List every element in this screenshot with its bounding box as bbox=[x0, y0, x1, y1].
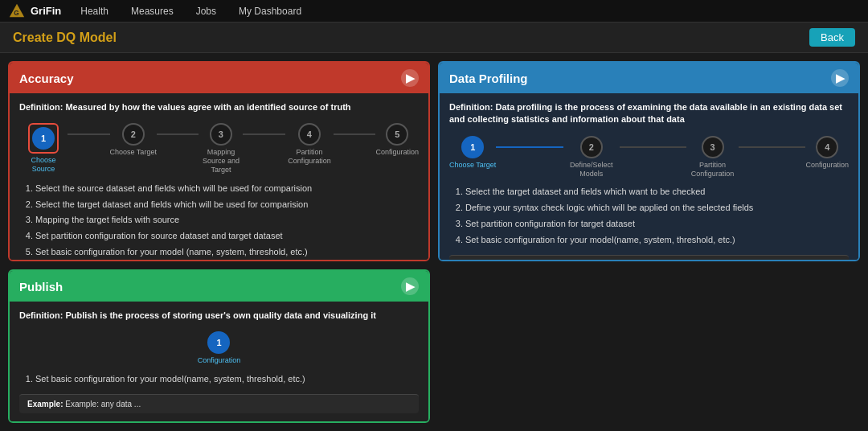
profiling-step-circle-2: 2 bbox=[580, 136, 603, 158]
accuracy-connector-4 bbox=[334, 133, 376, 135]
nav-health[interactable]: Health bbox=[77, 4, 112, 18]
profiling-header: Data Profiling ▶ bbox=[440, 63, 858, 93]
nav-links: Health Measures Jobs My Dashboard bbox=[77, 4, 305, 18]
profiling-connector-3 bbox=[739, 146, 805, 148]
profiling-step-label-1: Choose Target bbox=[449, 161, 496, 170]
profiling-step-3: 3 Partition Configuration bbox=[686, 136, 739, 179]
publish-instruction-1: Set basic configuration for your model(n… bbox=[35, 371, 419, 388]
profiling-definition: Definition: Data profiling is the proces… bbox=[449, 101, 849, 126]
publish-stepper: 1 Configuration bbox=[19, 328, 419, 371]
profiling-step-circle-3: 3 bbox=[702, 136, 724, 158]
profiling-example: Example: Check the data range(minimum, m… bbox=[449, 255, 849, 261]
brand: G GriFin bbox=[8, 2, 61, 20]
profiling-example-text: Example: Check the data range(minimum, m… bbox=[457, 261, 760, 261]
accuracy-step-label-1: Choose Source bbox=[19, 156, 68, 174]
accuracy-connector-2 bbox=[157, 133, 199, 135]
accuracy-step-label-3: Mapping Source and Target bbox=[199, 148, 243, 174]
accuracy-instruction-3: Mapping the target fields with source bbox=[35, 212, 419, 228]
accuracy-step-circle-1: 1 bbox=[32, 127, 55, 150]
page-header: Create DQ Model Back bbox=[0, 23, 868, 53]
profiling-body: Definition: Data profiling is the proces… bbox=[440, 93, 858, 261]
publish-card: Publish ▶ Definition: Publish is the pro… bbox=[8, 269, 430, 423]
accuracy-card: Accuracy ▶ Definition: Measured by how t… bbox=[8, 61, 430, 261]
brand-name: GriFin bbox=[31, 5, 61, 17]
accuracy-instruction-2: Select the target dataset and fields whi… bbox=[35, 197, 419, 213]
publish-title: Publish bbox=[19, 280, 63, 293]
profiling-connector-2 bbox=[620, 146, 686, 148]
publish-step-circle-1: 1 bbox=[207, 331, 230, 354]
accuracy-definition: Definition: Measured by how the values a… bbox=[19, 101, 419, 113]
accuracy-expand-button[interactable]: ▶ bbox=[401, 69, 419, 87]
profiling-step-4: 4 Configuration bbox=[805, 136, 849, 170]
profiling-stepper: 1 Choose Target 2 Define/Select Models 3… bbox=[449, 133, 849, 185]
profiling-step-2: 2 Define/Select Models bbox=[563, 136, 620, 179]
accuracy-step-circle-3: 3 bbox=[210, 123, 232, 146]
accuracy-step-2: 2 Choose Target bbox=[110, 123, 157, 157]
profiling-connector-1 bbox=[496, 146, 563, 148]
main-content: Accuracy ▶ Definition: Measured by how t… bbox=[0, 53, 868, 431]
accuracy-step-3: 3 Mapping Source and Target bbox=[199, 123, 243, 174]
example-label: Example: bbox=[27, 400, 65, 408]
publish-step-1: 1 Configuration bbox=[198, 331, 241, 365]
svg-text:G: G bbox=[14, 9, 18, 16]
page-title: Create DQ Model bbox=[13, 31, 117, 45]
publish-step-label-1: Configuration bbox=[198, 356, 241, 365]
accuracy-connector-3 bbox=[243, 133, 285, 135]
accuracy-header: Accuracy ▶ bbox=[10, 63, 428, 93]
publish-definition: Definition: Publish is the process of st… bbox=[19, 310, 419, 322]
accuracy-connector-1 bbox=[68, 133, 110, 135]
griffin-logo-icon: G bbox=[8, 2, 26, 20]
publish-header: Publish ▶ bbox=[10, 271, 428, 302]
profiling-step-circle-4: 4 bbox=[816, 136, 838, 158]
nav-measures[interactable]: Measures bbox=[128, 4, 177, 18]
profiling-step-label-4: Configuration bbox=[805, 161, 849, 170]
accuracy-step-circle-2: 2 bbox=[122, 123, 145, 146]
profiling-instructions: Select the target dataset and fields whi… bbox=[449, 184, 849, 248]
accuracy-instruction-1: Select the source dataset and fields whi… bbox=[35, 181, 419, 197]
accuracy-step-label-5: Configuration bbox=[375, 148, 419, 157]
publish-instructions: Set basic configuration for your model(n… bbox=[19, 371, 419, 388]
accuracy-step-4: 4 Partition Configuration bbox=[285, 123, 334, 166]
profiling-step-label-3: Partition Configuration bbox=[686, 161, 739, 179]
accuracy-instruction-4: Set partition configuration for source d… bbox=[35, 228, 419, 244]
accuracy-step-label-4: Partition Configuration bbox=[285, 148, 334, 166]
profiling-instruction-3: Set partition configuration for target d… bbox=[465, 216, 849, 232]
profiling-instruction-2: Define your syntax check logic which wil… bbox=[465, 200, 849, 216]
nav-jobs[interactable]: Jobs bbox=[193, 4, 219, 18]
profiling-step-circle-1: 1 bbox=[461, 136, 484, 158]
publish-example: Example: Example: any data ... bbox=[19, 394, 419, 413]
profiling-card: Data Profiling ▶ Definition: Data profil… bbox=[438, 61, 860, 261]
accuracy-title: Accuracy bbox=[19, 72, 74, 85]
accuracy-body: Definition: Measured by how the values a… bbox=[10, 93, 428, 261]
profiling-step-label-2: Define/Select Models bbox=[563, 161, 620, 179]
profiling-step-1: 1 Choose Target bbox=[449, 136, 496, 170]
profiling-instruction-4: Set basic configuration for your model(n… bbox=[465, 232, 849, 248]
accuracy-instruction-5: Set basic configuration for your model (… bbox=[35, 244, 419, 261]
accuracy-step-circle-4: 4 bbox=[298, 123, 321, 146]
accuracy-instructions: Select the source dataset and fields whi… bbox=[19, 181, 419, 261]
back-button[interactable]: Back bbox=[809, 28, 855, 47]
accuracy-stepper: 1 Choose Source 2 Choose Target 3 Mappin… bbox=[19, 120, 419, 180]
publish-body: Definition: Publish is the process of st… bbox=[10, 302, 428, 421]
accuracy-step-label-2: Choose Target bbox=[110, 148, 157, 157]
profiling-instruction-1: Select the target dataset and fields whi… bbox=[465, 184, 849, 200]
publish-expand-button[interactable]: ▶ bbox=[401, 277, 419, 295]
navbar: G GriFin Health Measures Jobs My Dashboa… bbox=[0, 0, 868, 23]
nav-dashboard[interactable]: My Dashboard bbox=[235, 4, 305, 18]
profiling-expand-button[interactable]: ▶ bbox=[831, 69, 849, 87]
accuracy-step-5: 5 Configuration bbox=[375, 123, 419, 157]
accuracy-step-circle-5: 5 bbox=[386, 123, 408, 146]
accuracy-step-1: 1 Choose Source bbox=[19, 123, 68, 174]
publish-example-text: Example: any data ... bbox=[65, 400, 141, 408]
profiling-title: Data Profiling bbox=[449, 72, 528, 85]
